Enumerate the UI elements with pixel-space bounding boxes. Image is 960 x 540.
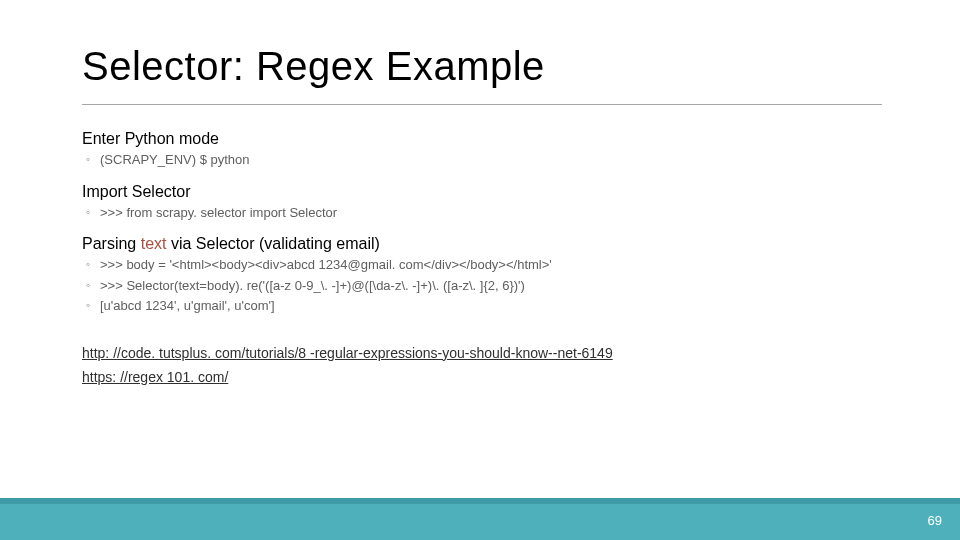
list-item: (SCRAPY_ENV) $ python [100, 151, 882, 169]
list-item: [u'abcd 1234', u'gmail', u'com'] [100, 297, 882, 315]
section-head-accent: text [141, 235, 167, 252]
title-rule [82, 104, 882, 105]
footer-band-main: 69 [0, 504, 960, 540]
footer: 69 [0, 498, 960, 540]
list-item: >>> from scrapy. selector import Selecto… [100, 204, 882, 222]
section-head-3: Parsing text via Selector (validating em… [82, 235, 882, 253]
list-item: >>> body = '<html><body><div>abcd 1234@g… [100, 256, 882, 274]
bullet-list-1: (SCRAPY_ENV) $ python [82, 151, 882, 169]
section-head-2: Import Selector [82, 183, 882, 201]
bullet-list-2: >>> from scrapy. selector import Selecto… [82, 204, 882, 222]
slide-title: Selector: Regex Example [82, 44, 545, 89]
link-regex101[interactable]: https: //regex 101. com/ [82, 369, 882, 385]
bullet-list-3: >>> body = '<html><body><div>abcd 1234@g… [82, 256, 882, 315]
list-item: >>> Selector(text=body). re('([a-z 0-9_\… [100, 277, 882, 295]
section-head-post: via Selector (validating email) [167, 235, 380, 252]
page-number: 69 [928, 513, 942, 528]
slide: Selector: Regex Example Enter Python mod… [0, 0, 960, 540]
link-tutsplus[interactable]: http: //code. tutsplus. com/tutorials/8 … [82, 345, 882, 361]
slide-content: Enter Python mode (SCRAPY_ENV) $ python … [82, 130, 882, 393]
links-block: http: //code. tutsplus. com/tutorials/8 … [82, 345, 882, 385]
section-head-pre: Parsing [82, 235, 141, 252]
section-head-1: Enter Python mode [82, 130, 882, 148]
